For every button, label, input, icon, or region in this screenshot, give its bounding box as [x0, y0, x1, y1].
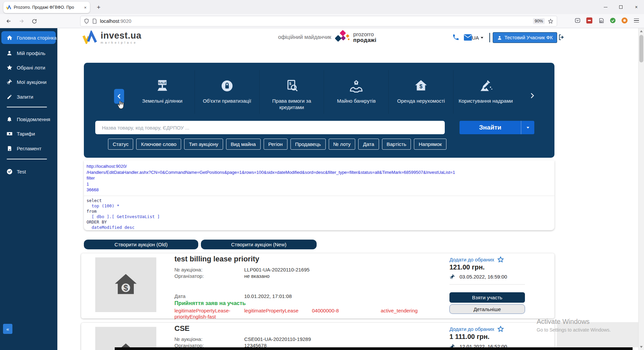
- favorites-label: Додати до обраних: [449, 326, 494, 332]
- sidebar-item-my-auctions[interactable]: Мої аукціони: [0, 76, 57, 88]
- page-zoom-level[interactable]: 90%: [533, 18, 545, 24]
- filter-chip-date[interactable]: Дата: [358, 139, 379, 150]
- hero-panel: SALE Земельні ділянки Об'єкти приватизац…: [84, 63, 554, 158]
- menu-hamburger-icon[interactable]: [633, 17, 640, 24]
- sidebar-collapse-button[interactable]: «: [3, 324, 12, 334]
- filter-chip-seller[interactable]: Продавець: [290, 139, 326, 150]
- mail-icon[interactable]: [464, 34, 472, 42]
- field-label: Дата: [174, 293, 244, 299]
- procedure-tag: legitimatePropertyLease: [244, 308, 312, 320]
- field-value: CSE001-UA-20220110-19289: [244, 336, 311, 342]
- page-info-icon[interactable]: [92, 18, 97, 24]
- bookmark-star-icon[interactable]: [548, 18, 553, 24]
- favorites-label: Додати до обраних: [449, 257, 494, 262]
- filter-chip-row: Статус Ключове слово Тип аукціону Вид ма…: [108, 139, 446, 150]
- sidebar-item-favorites[interactable]: Обрані лоти: [0, 61, 57, 74]
- extension-icon-save[interactable]: [597, 17, 605, 24]
- filter-chip-direction[interactable]: Напрямок: [414, 139, 446, 150]
- tab-close-icon[interactable]: ×: [83, 5, 87, 10]
- main-area: invest.ua marketplace офіційний майданчи…: [57, 28, 638, 350]
- category-item-privatization[interactable]: Об'єкти приватизації: [195, 70, 259, 114]
- maximize-icon: [619, 5, 623, 9]
- language-selector[interactable]: UA: [472, 35, 483, 41]
- scroll-down-arrow[interactable]: [640, 346, 643, 348]
- user-account-button[interactable]: Тестовий Учасник ФК: [493, 32, 557, 43]
- phone-icon[interactable]: [452, 34, 460, 42]
- sidebar-item-notifications[interactable]: Повідомлення: [0, 113, 57, 126]
- debug-url-line: http://localhost:9020/: [87, 163, 552, 169]
- prozorro-logo[interactable]: prozorro продажі: [335, 30, 376, 45]
- add-to-favorites-link[interactable]: Додати до обраних: [449, 326, 504, 333]
- create-auction-old-button[interactable]: Створити аукціон (Old): [84, 240, 198, 249]
- details-button[interactable]: Детальніше: [449, 304, 525, 314]
- auction-number-row: № аукціона: CSE001-UA-20220110-19289: [174, 336, 311, 342]
- debug-divider: [84, 196, 554, 196]
- category-label: Об'єкти приватизації: [203, 98, 251, 104]
- scroll-up-arrow[interactable]: [640, 30, 643, 32]
- pocket-save-icon[interactable]: [574, 17, 581, 24]
- add-to-favorites-link[interactable]: Додати до обраних: [449, 256, 504, 263]
- page-content: Головна сторінка Мій профіль Обрані лоти…: [0, 28, 644, 350]
- page-scrollbar[interactable]: [638, 28, 644, 350]
- participate-button[interactable]: Взяти участь: [449, 292, 525, 303]
- drill-icon: [478, 76, 493, 94]
- house-dollar-icon: $: [413, 76, 429, 94]
- filter-chip-price[interactable]: Вартість: [382, 139, 411, 150]
- sidebar-item-test[interactable]: Test: [0, 165, 57, 178]
- search-input[interactable]: [95, 121, 445, 134]
- browser-tab[interactable]: Prozorro. Продажі ФГВФО. Про ×: [3, 2, 90, 13]
- forward-button[interactable]: [17, 17, 25, 25]
- sidebar-item-home[interactable]: Головна сторінка: [0, 31, 57, 44]
- carousel-next-button[interactable]: [530, 92, 538, 100]
- sql-line: select: [87, 198, 552, 203]
- sidebar-item-requests[interactable]: Запити: [0, 90, 57, 103]
- logo-subtext: marketplace: [101, 41, 142, 44]
- window-minimize-button[interactable]: [598, 0, 613, 14]
- sidebar-item-label: Мої аукціони: [17, 79, 47, 85]
- search-options-caret[interactable]: [521, 121, 534, 134]
- extension-icon-orange[interactable]: [621, 17, 628, 24]
- filter-chip-lot-number[interactable]: № лоту: [329, 139, 356, 150]
- window-maximize-button[interactable]: [613, 0, 629, 14]
- card-divider: [449, 284, 525, 285]
- sidebar-item-label: Запити: [17, 94, 33, 100]
- sidebar-item-regulations[interactable]: Регламент: [0, 142, 57, 155]
- back-button[interactable]: [5, 17, 13, 25]
- auction-card: $ test billing lease priority № аукціона…: [81, 253, 554, 318]
- filter-chip-property-type[interactable]: Вид майна: [226, 139, 261, 150]
- lot-title[interactable]: test billing lease priority: [174, 255, 259, 263]
- field-label: Організатор:: [174, 273, 244, 279]
- extension-icon-red[interactable]: [586, 17, 593, 24]
- create-auction-new-button[interactable]: Створити аукціон (New): [201, 240, 317, 249]
- sidebar-divider: [7, 159, 47, 159]
- window-close-button[interactable]: ×: [629, 0, 644, 14]
- category-item-real-estate-lease[interactable]: $ Оренда нерухомості: [388, 70, 453, 114]
- tracking-shield-icon[interactable]: [84, 18, 89, 24]
- category-label: Земельні ділянки: [142, 98, 182, 104]
- address-bar[interactable]: localhost:9020 90%: [80, 16, 557, 26]
- filter-chip-auction-type[interactable]: Тип аукціону: [184, 139, 223, 150]
- carousel-prev-button[interactable]: [114, 89, 124, 104]
- filter-chip-region[interactable]: Регіон: [264, 139, 287, 150]
- sidebar-item-tariffs[interactable]: Тарифи: [0, 127, 57, 140]
- sidebar-item-label: Обрані лоти: [17, 65, 45, 70]
- category-item-subsoil-use[interactable]: Користування надрами: [453, 70, 518, 114]
- reload-button[interactable]: [30, 17, 38, 25]
- extension-icon-green[interactable]: [609, 17, 616, 24]
- filter-chip-keyword[interactable]: Ключове слово: [136, 139, 181, 150]
- scrollbar-thumb[interactable]: [639, 35, 643, 62]
- search-button[interactable]: Знайти: [460, 121, 534, 134]
- lot-price: 121.00 грн.: [449, 263, 485, 271]
- sidebar-item-profile[interactable]: Мій профіль: [0, 47, 57, 59]
- filter-chip-status[interactable]: Статус: [108, 139, 133, 150]
- sql-line: from: [87, 209, 552, 214]
- category-item-land[interactable]: SALE Земельні ділянки: [130, 70, 195, 114]
- activate-windows-watermark: Activate Windows: [537, 318, 590, 326]
- invest-ua-logo[interactable]: invest.ua marketplace: [82, 31, 142, 44]
- logout-icon[interactable]: [558, 34, 565, 41]
- lot-title[interactable]: CSE: [174, 324, 190, 333]
- category-item-credit-claims[interactable]: $ Права вимоги за кредитами: [259, 70, 324, 114]
- category-carousel: SALE Земельні ділянки Об'єкти приватизац…: [130, 70, 518, 114]
- new-tab-button[interactable]: +: [94, 3, 103, 12]
- category-item-bankrupt-property[interactable]: Майно банкрутів: [324, 70, 388, 114]
